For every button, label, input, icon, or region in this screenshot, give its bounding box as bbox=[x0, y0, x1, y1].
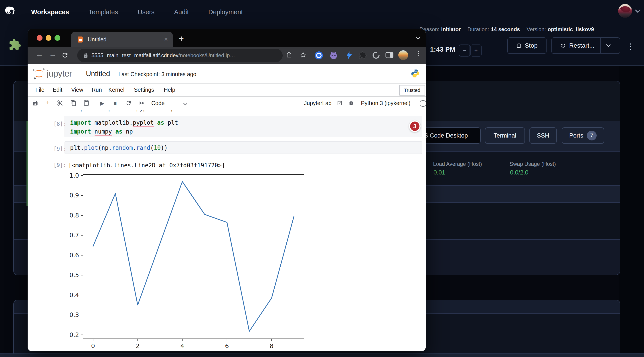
cell-type-chevron-icon[interactable] bbox=[182, 102, 188, 106]
extension-1password-icon[interactable] bbox=[315, 51, 323, 60]
run-cell-button[interactable]: ▶ bbox=[100, 100, 104, 106]
menu-kernel[interactable]: Kernel bbox=[108, 86, 124, 93]
screen: Workspaces Templates Users Audit Deploym… bbox=[0, 0, 644, 357]
open-jupyterlab-link[interactable]: JupyterLab bbox=[304, 100, 332, 106]
svg-text:6: 6 bbox=[225, 342, 229, 350]
line-chart: 0.20.30.40.50.60.70.80.91.002468 bbox=[60, 171, 309, 351]
menu-file[interactable]: File bbox=[36, 86, 44, 93]
save-button[interactable] bbox=[32, 100, 38, 106]
svg-text:4: 4 bbox=[180, 342, 184, 350]
restart-workspace-button[interactable]: Restart... bbox=[552, 38, 620, 54]
metric-label: Swap Usage (Host) bbox=[510, 161, 556, 167]
interrupt-kernel-button[interactable]: ■ bbox=[114, 100, 117, 106]
template-puzzle-icon bbox=[8, 38, 21, 52]
trusted-button[interactable]: Trusted bbox=[400, 85, 425, 96]
nav-item-templates[interactable]: Templates bbox=[88, 8, 118, 16]
add-cell-button[interactable]: + bbox=[46, 99, 50, 106]
svg-text:0.5: 0.5 bbox=[70, 272, 79, 278]
code-cell-input[interactable]: plt.plot(np.random.rand(10)) bbox=[64, 141, 422, 154]
primary-nav: Workspaces Templates Users Audit Deploym… bbox=[31, 7, 243, 17]
menu-edit[interactable]: Edit bbox=[53, 86, 62, 93]
code-line: import numpy as np bbox=[70, 127, 133, 136]
external-link-icon bbox=[337, 100, 342, 106]
output-prompt: [9]: bbox=[46, 162, 66, 168]
nav-item-users[interactable]: Users bbox=[138, 8, 155, 16]
nav-item-workspaces[interactable]: Workspaces bbox=[31, 8, 69, 16]
kernel-name[interactable]: Python 3 (ipykernel) bbox=[361, 100, 410, 106]
cut-cell-button[interactable] bbox=[57, 100, 63, 106]
browser-tab[interactable]: Untitled × bbox=[71, 32, 173, 47]
nav-item-audit[interactable]: Audit bbox=[174, 8, 189, 16]
notebook-favicon-icon bbox=[78, 36, 83, 42]
share-icon[interactable] bbox=[286, 51, 292, 59]
svg-text:0.9: 0.9 bbox=[70, 192, 79, 199]
debugger-bug-icon[interactable] bbox=[348, 100, 354, 106]
nav-item-deployment[interactable]: Deployment bbox=[208, 8, 243, 16]
tab-close-icon[interactable]: × bbox=[164, 36, 168, 43]
jupyter-wordmark: jupyter bbox=[47, 68, 72, 78]
restart-icon bbox=[560, 43, 566, 48]
build-duration: Duration:14 seconds bbox=[467, 26, 520, 32]
new-tab-button[interactable]: + bbox=[179, 34, 184, 44]
notebook-scroll-area[interactable]: import matplotlib.pyplot as plt [8]: imp… bbox=[28, 110, 426, 351]
cell-type-dropdown[interactable]: Code bbox=[151, 100, 165, 106]
tab-search-chevron-icon[interactable] bbox=[415, 36, 422, 40]
restart-kernel-button[interactable] bbox=[126, 100, 132, 106]
browser-toolbar: ← → 5555--main--test--matifali.atif.cdr.… bbox=[28, 47, 426, 64]
clipped-cell-remnant: import matplotlib.pyplot as plt bbox=[74, 110, 274, 112]
browser-window: Untitled × + ← → 5555--main--test--matif… bbox=[28, 29, 426, 351]
window-zoom-button[interactable] bbox=[54, 35, 60, 41]
bookmark-star-icon[interactable] bbox=[300, 51, 307, 58]
browser-tabstrip: Untitled × + bbox=[28, 29, 426, 47]
stop-workspace-button[interactable]: Stop bbox=[507, 38, 546, 54]
extensions-puzzle-icon[interactable] bbox=[359, 51, 367, 59]
app-button-label: SSH bbox=[537, 132, 550, 139]
metric-value: 0.01 bbox=[434, 169, 445, 176]
schedule-plus-button[interactable]: + bbox=[470, 44, 482, 56]
paste-cell-button[interactable] bbox=[83, 100, 90, 106]
menu-run[interactable]: Run bbox=[92, 86, 102, 93]
app-button-label: Ports bbox=[569, 132, 583, 139]
forward-button[interactable]: → bbox=[49, 50, 56, 58]
svg-text:1.0: 1.0 bbox=[70, 172, 79, 179]
menu-settings[interactable]: Settings bbox=[134, 86, 154, 93]
coder-logo-icon[interactable] bbox=[4, 5, 16, 18]
app-button-label: Terminal bbox=[494, 132, 516, 139]
svg-text:0.8: 0.8 bbox=[70, 212, 79, 219]
notification-badge[interactable]: 3 bbox=[409, 120, 420, 132]
app-button-ports[interactable]: Ports 7 bbox=[562, 127, 604, 144]
extension-cat-icon[interactable] bbox=[329, 51, 338, 60]
build-reason: Reason:initiator bbox=[420, 26, 461, 32]
copy-cell-button[interactable] bbox=[70, 100, 76, 106]
code-cell-input[interactable]: import matplotlib.pyplot as plt import n… bbox=[64, 116, 422, 137]
notebook-title[interactable]: Untitled bbox=[86, 70, 110, 78]
extension-lightning-icon[interactable] bbox=[345, 51, 353, 60]
restart-split-divider bbox=[600, 38, 600, 53]
app-button-terminal[interactable]: Terminal bbox=[485, 127, 525, 144]
window-minimize-button[interactable] bbox=[46, 35, 52, 41]
svg-text:0.4: 0.4 bbox=[70, 292, 79, 298]
url-bar[interactable]: 5555--main--test--matifali.atif.cdr.dev/… bbox=[77, 49, 282, 62]
reload-button[interactable] bbox=[62, 52, 68, 59]
app-button-ssh[interactable]: SSH bbox=[530, 127, 557, 144]
schedule-minus-button[interactable]: − bbox=[459, 44, 470, 56]
restart-options-chevron-icon[interactable] bbox=[606, 44, 611, 48]
svg-text:2: 2 bbox=[136, 342, 140, 350]
cell-output-text: [<matplotlib.lines.Line2D at 0x7fd03f191… bbox=[68, 162, 225, 169]
svg-text:8: 8 bbox=[270, 342, 274, 350]
menu-help[interactable]: Help bbox=[164, 86, 175, 93]
stop-button-label: Stop bbox=[525, 42, 538, 49]
browser-profile-avatar[interactable] bbox=[398, 50, 408, 60]
extension-ring-icon[interactable] bbox=[372, 51, 380, 59]
jupyter-menubar: File Edit View Run Kernel Settings Help … bbox=[28, 84, 426, 97]
bottom-panel-edge bbox=[0, 354, 644, 357]
user-menu-chevron-icon[interactable] bbox=[634, 8, 641, 14]
browser-menu-kebab[interactable]: ⋮ bbox=[415, 50, 422, 57]
side-panel-icon[interactable] bbox=[386, 52, 394, 58]
user-avatar[interactable] bbox=[618, 4, 632, 18]
restart-run-all-button[interactable] bbox=[138, 100, 145, 106]
back-button[interactable]: ← bbox=[36, 50, 43, 58]
menu-view[interactable]: View bbox=[71, 86, 83, 93]
workspace-kebab-menu[interactable]: ⋮ bbox=[627, 42, 635, 51]
window-close-button[interactable] bbox=[37, 35, 42, 41]
